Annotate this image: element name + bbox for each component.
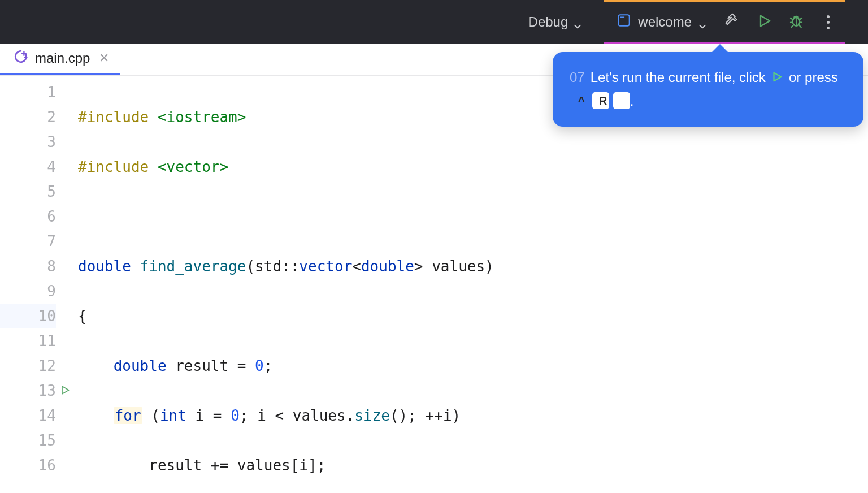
line-number: 13 (0, 378, 56, 403)
token: double (78, 258, 131, 275)
play-icon (771, 71, 783, 86)
tooltip-text: or press (789, 70, 838, 85)
token: #include (78, 109, 149, 126)
close-icon[interactable]: ✕ (97, 51, 109, 66)
more-vertical-icon (827, 15, 830, 29)
line-number: 16 (0, 453, 56, 478)
play-icon (757, 13, 772, 31)
line-number: 12 (0, 353, 56, 378)
more-button[interactable] (818, 12, 837, 32)
code-editor[interactable]: 1 2 3 4 5 6 7 8 9 10 11 12 13 14 15 16 #… (0, 76, 868, 493)
line-number: 9 (0, 279, 56, 304)
line-number: 15 (0, 428, 56, 453)
chevron-down-icon (574, 18, 581, 26)
build-config-label: Debug (528, 14, 568, 30)
line-number: 14 (0, 403, 56, 428)
token: <iostream> (158, 109, 246, 126)
tab-main-cpp[interactable]: main.cpp ✕ (0, 44, 120, 75)
line-number: 5 (0, 179, 56, 204)
build-config-select[interactable]: Debug (524, 11, 587, 33)
line-number: 2 (0, 105, 56, 129)
line-number: 6 (0, 204, 56, 229)
token: i (257, 407, 266, 424)
token: result (175, 357, 228, 374)
token: values (237, 457, 290, 474)
token: values (293, 407, 346, 424)
token: std (255, 258, 281, 275)
token: for (115, 407, 141, 424)
line-number: 10 (0, 304, 56, 328)
token: double (114, 357, 167, 374)
token: result (149, 457, 202, 474)
build-button[interactable] (723, 12, 743, 32)
run-gutter-icon[interactable] (59, 378, 71, 403)
tooltip-text: Let's run the current file, click (591, 70, 766, 85)
token: i (299, 457, 308, 474)
token: vector (299, 258, 352, 275)
line-number: 1 (0, 80, 56, 105)
token: double (361, 258, 414, 275)
svg-rect-1 (620, 17, 625, 18)
line-number: 8 (0, 254, 56, 279)
run-config-label: welcome (638, 14, 692, 30)
kbd-r: R (613, 92, 630, 109)
line-number: 3 (0, 129, 56, 154)
token: i (443, 407, 452, 424)
token: 0 (231, 407, 240, 424)
chevron-down-icon (698, 18, 706, 26)
token: find_average (140, 258, 246, 275)
token: values (432, 258, 485, 275)
line-number: 7 (0, 229, 56, 254)
hammer-icon (724, 12, 741, 32)
token: 0 (255, 357, 264, 374)
debug-button[interactable] (787, 12, 806, 32)
cpp-file-icon (14, 49, 28, 67)
line-number: 4 (0, 154, 56, 179)
bug-icon (788, 12, 805, 32)
line-number: 11 (0, 328, 56, 353)
run-button[interactable] (755, 12, 774, 32)
top-toolbar: Debug welcome (0, 0, 868, 44)
tooltip-text: . (630, 93, 634, 109)
token: <vector> (158, 158, 228, 175)
gutter: 1 2 3 4 5 6 7 8 9 10 11 12 13 14 15 16 (0, 76, 73, 493)
tutorial-tooltip: 07Let's run the current file, click or p… (553, 52, 863, 127)
token: i (196, 407, 205, 424)
tab-filename: main.cpp (35, 50, 90, 66)
run-config-select[interactable]: welcome (612, 10, 711, 34)
token: #include (78, 158, 149, 175)
application-icon (617, 13, 631, 31)
svg-rect-0 (619, 15, 630, 26)
token: size (354, 407, 390, 424)
token: int (160, 407, 186, 424)
code-content[interactable]: #include <iostream> #include <vector> do… (73, 76, 868, 493)
tutorial-step-number: 07 (570, 70, 585, 85)
run-config-panel: welcome (604, 0, 845, 44)
